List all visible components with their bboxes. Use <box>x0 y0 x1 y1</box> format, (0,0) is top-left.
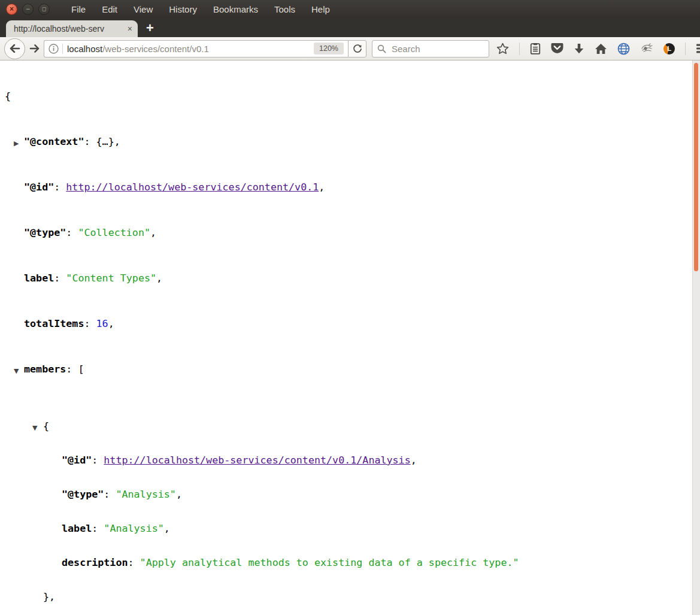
json-line: "@type": Analysis, <box>5 489 688 500</box>
bookmark-star-icon[interactable] <box>496 43 509 54</box>
letter-extension-icon[interactable]: L <box>663 43 675 54</box>
urlbar-divider <box>62 44 63 54</box>
search-bar[interactable] <box>372 40 489 57</box>
json-string: Content Types <box>66 272 156 284</box>
scrollbar[interactable] <box>692 60 700 615</box>
plus-icon: + <box>146 20 154 35</box>
window-titlebar: × − ◻ File Edit View History Bookmarks T… <box>0 0 700 18</box>
json-link[interactable]: http://localhost/web-services/content/v0… <box>104 454 410 466</box>
close-icon: × <box>10 5 14 13</box>
json-line: "@id": http://localhost/web-services/con… <box>5 455 688 466</box>
globe-extension-icon[interactable] <box>617 43 630 55</box>
window-controls: × − ◻ <box>6 4 50 15</box>
json-line-label: label: Content Types, <box>5 272 700 284</box>
navigation-toolbar: localhost/web-services/content/v0.1 120% <box>0 37 700 60</box>
back-arrow-icon <box>10 44 20 53</box>
url-host: localhost <box>67 44 102 54</box>
json-key: "@id" <box>62 454 92 466</box>
tab-title-fade <box>109 24 125 34</box>
forward-arrow-icon <box>29 44 40 53</box>
menu-edit[interactable]: Edit <box>102 4 117 14</box>
search-icon <box>377 44 386 53</box>
menu-history[interactable]: History <box>169 4 197 14</box>
menu-file[interactable]: File <box>71 4 86 14</box>
json-line: { <box>5 90 700 102</box>
json-line: description: Apply analytical methods to… <box>5 557 688 568</box>
json-string: Collection <box>78 226 150 238</box>
url-bar[interactable]: localhost/web-services/content/v0.1 120% <box>44 40 348 57</box>
json-line-context: ▶"@context": {…}, <box>5 136 700 147</box>
scrollbar-thumb[interactable] <box>694 63 698 271</box>
bug-extension-icon[interactable] <box>640 43 653 54</box>
chevron-right-icon[interactable]: ▶ <box>14 138 19 149</box>
json-line-id: "@id": http://localhost/web-services/con… <box>5 181 700 193</box>
chevron-down-icon[interactable]: ▼ <box>32 422 37 434</box>
json-string: Analysis <box>104 522 163 534</box>
json-line-type: "@type": Collection, <box>5 227 700 238</box>
json-line-totalitems: totalItems: 16, <box>5 318 700 329</box>
toolbar-icons: L <box>496 43 700 55</box>
json-link[interactable]: http://localhost/web-services/content/v0… <box>66 181 319 193</box>
json-key: description <box>62 556 128 568</box>
json-line: }, <box>5 591 700 602</box>
menubar: File Edit View History Bookmarks Tools H… <box>71 4 330 14</box>
home-icon[interactable] <box>595 43 607 54</box>
tab-title: http://localhost/web-serv <box>14 24 125 34</box>
reload-icon <box>353 44 362 53</box>
menu-view[interactable]: View <box>134 4 153 14</box>
json-key: label <box>62 522 92 534</box>
downloads-icon[interactable] <box>574 43 584 54</box>
menu-tools[interactable]: Tools <box>274 4 295 14</box>
menu-help[interactable]: Help <box>311 4 330 14</box>
new-tab-button[interactable]: + <box>146 22 154 35</box>
json-key: "@type" <box>62 488 104 500</box>
url-path: /web-services/content/v0.1 <box>102 44 209 54</box>
reload-button[interactable] <box>348 40 366 57</box>
search-input[interactable] <box>390 43 484 54</box>
minimize-icon: − <box>26 5 30 13</box>
window-close-button[interactable]: × <box>6 4 17 15</box>
json-key: label <box>24 272 54 284</box>
forward-button[interactable] <box>26 41 42 56</box>
tab-close-icon[interactable]: × <box>128 25 132 33</box>
json-viewer: { ▶"@context": {…}, "@id": http://localh… <box>0 60 700 615</box>
chevron-down-icon[interactable]: ▼ <box>14 365 19 377</box>
back-button[interactable] <box>4 38 25 59</box>
json-key: members <box>24 363 66 375</box>
json-string: Apply analytical methods to existing dat… <box>140 556 519 568</box>
json-line: ▼{ <box>5 420 700 432</box>
bookmarks-list-icon[interactable] <box>530 43 541 54</box>
toolbar-separator-2 <box>685 43 686 55</box>
site-info-icon[interactable] <box>49 44 59 54</box>
page-content: { ▶"@context": {…}, "@id": http://localh… <box>0 60 700 615</box>
json-line-members: ▼members: [ <box>5 363 700 375</box>
json-key: "@context" <box>24 135 84 147</box>
collapsed-object[interactable]: {…} <box>96 135 114 147</box>
json-string: Analysis <box>116 488 175 500</box>
zoom-level-badge[interactable]: 120% <box>314 43 344 54</box>
hamburger-menu-icon[interactable] <box>696 43 700 54</box>
browser-tab[interactable]: http://localhost/web-serv × <box>6 20 138 37</box>
tab-bar: http://localhost/web-serv × + <box>0 18 700 37</box>
json-key: "@type" <box>24 226 66 238</box>
pocket-icon[interactable] <box>551 43 563 54</box>
json-key: totalItems <box>24 317 84 329</box>
menu-bookmarks[interactable]: Bookmarks <box>213 4 258 14</box>
toolbar-separator <box>519 43 520 55</box>
window-maximize-button[interactable]: ◻ <box>38 4 50 15</box>
json-line: label: Analysis, <box>5 523 688 534</box>
window-minimize-button[interactable]: − <box>22 4 34 15</box>
json-key: "@id" <box>24 181 54 193</box>
maximize-icon: ◻ <box>42 7 46 12</box>
json-number: 16 <box>96 317 108 329</box>
